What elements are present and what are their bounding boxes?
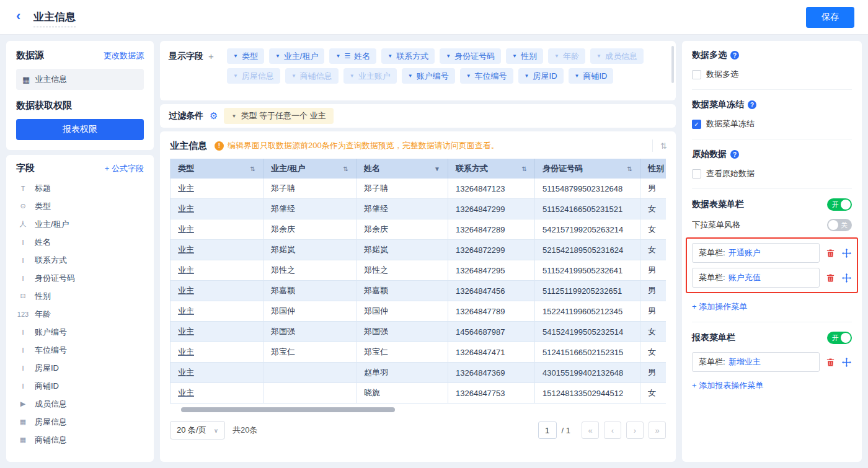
add-action-menu-link[interactable]: + 添加操作菜单 [692,301,747,312]
field-item[interactable]: ▶ 成员信息 [16,395,144,413]
move-icon[interactable] [841,248,852,258]
field-item[interactable]: I 账户编号 [16,323,144,341]
preview-notice-text: 编辑界面只取数据源前200条作为查询数据预览，完整数据请访问页面查看。 [228,140,499,151]
current-page-box[interactable]: 1 [538,422,557,439]
display-field-chip-label: 账户编号 [417,71,449,82]
pagination-nav-button[interactable]: « [582,422,599,439]
formula-field-link[interactable]: + 公式字段 [105,163,144,174]
table-cell: 151248133502944512 [535,383,640,403]
table-header-cell[interactable]: 性别 ⇅ [640,159,666,179]
field-item[interactable]: ⊡ 性别 [16,287,144,305]
gear-icon[interactable]: ⚙ [210,110,218,121]
checkbox-checked-icon[interactable]: ✓ [692,120,701,129]
field-item[interactable]: 123 年龄 [16,305,144,323]
table-row: 业主晓旎13264847753151248133502944512女 [170,383,666,404]
report-permission-button[interactable]: 报表权限 [16,119,144,140]
page-size-value: 20 条/页 [177,425,206,436]
multi-select-option[interactable]: 数据多选 [692,69,852,80]
display-field-chip[interactable]: ▼ 业主账户 [343,68,397,84]
field-item[interactable]: I 身份证号码 [16,269,144,287]
help-icon[interactable]: ? [748,100,756,109]
caret-down-icon: ▼ [446,53,451,59]
field-item[interactable]: ⊙ 类型 [16,197,144,215]
datasource-panel: 数据源 更改数据源 ▦ 业主信息 数据获取权限 报表权限 [6,41,154,150]
display-field-chip[interactable]: ▼ 车位编号 [460,68,513,84]
page-title[interactable]: 业主信息 [33,10,76,27]
table-header-cell[interactable]: 类型 ⇅ [170,159,264,179]
back-icon[interactable]: ‹ [16,9,20,24]
pagination-nav-button[interactable]: » [649,422,666,439]
display-field-chip[interactable]: ▼ 账户编号 [402,68,455,84]
field-type-icon: ⊙ [16,202,30,210]
display-field-chip-label: 房屋ID [533,71,557,82]
menu-item-box[interactable]: 菜单栏: 新增业主 [692,352,820,372]
help-icon[interactable]: ? [730,51,739,60]
dropdown-style-toggle[interactable]: 关 [827,219,852,231]
filter-condition-chip[interactable]: ▼ 类型 等于任意一个 业主 [224,108,333,124]
column-sort-icon[interactable]: ⇅ [250,166,255,172]
display-field-chip[interactable]: ▼ 业主/租户 [269,48,325,64]
display-field-chip[interactable]: ▼ 类型 [227,48,264,64]
checkbox-unchecked-icon[interactable] [692,169,701,179]
display-field-chip[interactable]: ▼ 联系方式 [381,48,435,64]
field-item[interactable]: 人 业主/租户 [16,215,144,233]
pagination-nav-button[interactable]: › [626,422,644,439]
menu-item-name[interactable]: 新增业主 [728,356,761,368]
display-field-chip[interactable]: ▼ ☰ 姓名 [329,48,376,64]
table-header-cell[interactable]: 身份证号码 ⇅ [535,159,640,179]
field-item[interactable]: I 联系方式 [16,251,144,269]
display-field-chip[interactable]: ▼ 性别 [506,48,543,64]
delete-icon[interactable] [825,273,836,283]
column-sort-icon[interactable]: ⇅ [522,166,527,172]
field-item[interactable]: I 车位编号 [16,341,144,359]
field-item[interactable]: I 商铺ID [16,377,144,395]
menu-item-name[interactable]: 账户充值 [728,272,761,283]
add-display-field-button[interactable]: + [208,51,214,61]
menu-item-box[interactable]: 菜单栏: 账户充值 [692,268,820,288]
delete-icon[interactable] [825,357,836,368]
display-field-chip[interactable]: ▼ 商铺信息 [285,68,339,84]
column-sort-icon[interactable]: ▼ [434,166,440,172]
checkbox-unchecked-icon[interactable] [692,70,701,79]
save-button[interactable]: 保存 [806,7,854,28]
table-row: 业主郑宝仁郑宝仁13264847471512415166502152315女 [170,342,666,363]
chips-scrollbar[interactable] [671,46,674,83]
page-size-select[interactable]: 20 条/页 ∨ [170,421,225,439]
display-field-chip[interactable]: ▼ 商铺ID [569,68,614,84]
field-item[interactable]: ▦ 商铺信息 [16,431,144,449]
datasource-item-label: 业主信息 [35,74,67,85]
display-field-chip[interactable]: ▼ 成员信息 [590,48,644,64]
column-sort-icon[interactable]: ⇅ [343,166,348,172]
help-icon[interactable]: ? [730,150,739,159]
display-field-chip[interactable]: ▼ 房屋ID [518,68,564,84]
field-item[interactable]: I 姓名 [16,233,144,251]
datasource-item[interactable]: ▦ 业主信息 [16,69,144,90]
menu-item-box[interactable]: 菜单栏: 开通账户 [692,243,820,263]
table-menu-toggle[interactable]: 开 [827,198,852,211]
freeze-option[interactable]: ✓ 数据菜单冻结 [692,118,852,130]
display-field-chip[interactable]: ▼ 年龄 [548,48,585,64]
field-item[interactable]: ▦ 房屋信息 [16,413,144,431]
add-report-menu-link[interactable]: + 添加报表操作菜单 [692,380,763,391]
menu-item-name[interactable]: 开通账户 [728,247,761,258]
table-header-cell[interactable]: 姓名 ▼ [356,159,448,179]
table-cell: 152241199605212345 [535,301,640,321]
custom-sort-icon[interactable]: ⇅ [652,139,667,152]
display-field-chip[interactable]: ▼ 房屋信息 [227,68,280,84]
pagination-nav-button[interactable]: ‹ [604,422,621,439]
delete-icon[interactable] [825,248,836,258]
horizontal-scrollbar-thumb[interactable] [181,407,395,412]
field-item[interactable]: T 标题 [16,179,144,197]
move-icon[interactable] [841,357,852,368]
report-menu-toggle[interactable]: 开 [827,332,852,344]
move-icon[interactable] [841,273,852,283]
display-field-chip[interactable]: ▼ 身份证号码 [440,48,501,64]
raw-data-option[interactable]: 查看原始数据 [692,168,852,179]
toggle-off-label: 关 [841,221,848,230]
display-field-chip-label: 业主/租户 [284,51,319,62]
table-header-cell[interactable]: 联系方式 ⇅ [448,159,535,179]
field-item[interactable]: I 房屋ID [16,359,144,377]
table-header-cell[interactable]: 业主/租户 ⇅ [264,159,356,179]
change-datasource-link[interactable]: 更改数据源 [104,50,144,61]
column-sort-icon[interactable]: ⇅ [627,166,632,172]
